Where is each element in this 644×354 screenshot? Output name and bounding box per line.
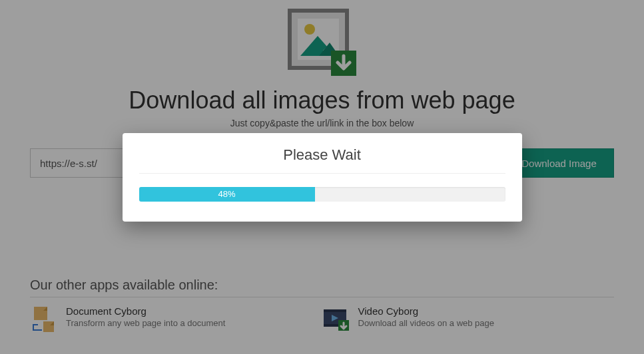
progress-bar-fill: 48% [139,187,315,202]
progress-modal: Please Wait 48% [123,133,522,222]
modal-overlay: Please Wait 48% [0,0,644,354]
modal-title: Please Wait [139,146,505,174]
progress-label: 48% [218,189,235,199]
progress-bar: 48% [139,187,505,202]
